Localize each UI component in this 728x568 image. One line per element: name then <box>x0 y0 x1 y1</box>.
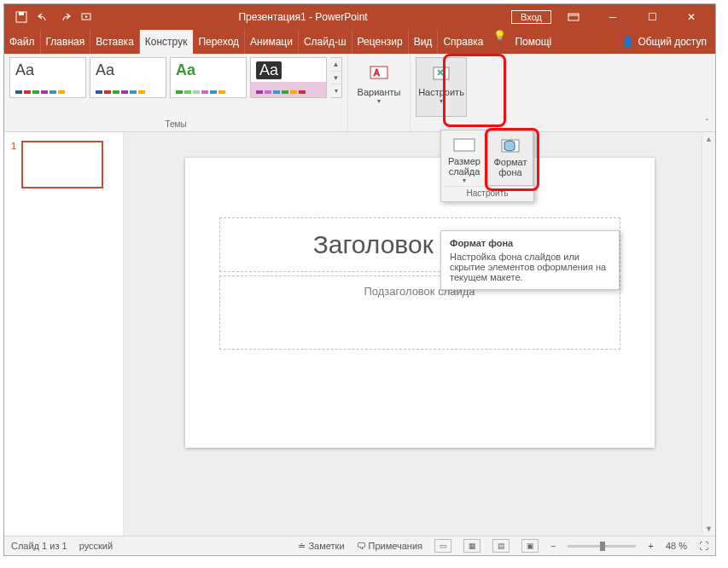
ribbon-display-options-icon[interactable] <box>556 4 591 30</box>
slide-size-icon <box>451 136 477 154</box>
tooltip-title: Формат фона <box>450 238 610 248</box>
themes-group-label: Темы <box>165 119 186 129</box>
svg-rect-8 <box>454 139 475 151</box>
svg-text:A: A <box>374 68 380 78</box>
tab-slideshow[interactable]: Слайд-ш <box>299 30 352 54</box>
comments-label: Примечания <box>369 541 423 551</box>
slide-canvas-area: Заголовок слайда Подзаголовок слайда ▲▼ <box>124 132 715 536</box>
zoom-percentage[interactable]: 48 % <box>666 541 687 551</box>
theme-item[interactable]: Aa <box>170 57 247 98</box>
format-background-button[interactable]: Формат фона <box>487 130 533 186</box>
zoom-slider[interactable] <box>568 545 636 548</box>
tooltip-body: Настройка фона слайдов или скрытие элеме… <box>450 252 610 282</box>
share-label: Общий доступ <box>638 36 707 48</box>
variants-group: A Варианты ▾ <box>348 54 411 131</box>
slide-canvas[interactable]: Заголовок слайда Подзаголовок слайда <box>185 158 655 448</box>
share-button[interactable]: 👤 Общий доступ <box>621 30 715 54</box>
tab-help[interactable]: Справка <box>438 30 488 54</box>
minimize-icon[interactable]: ─ <box>596 4 630 30</box>
customize-dropdown: Размер слайда ▾ Формат фона Настроить <box>440 130 534 202</box>
tab-insert[interactable]: Вставка <box>90 30 140 54</box>
slide-counter: Слайд 1 из 1 <box>11 541 67 551</box>
slideshow-view-icon[interactable]: ▣ <box>521 539 539 553</box>
variants-icon: A <box>367 63 391 84</box>
notes-icon: ≐ <box>298 541 306 552</box>
maximize-icon[interactable]: ☐ <box>635 4 669 30</box>
comments-button[interactable]: 🗨Примечания <box>357 541 423 551</box>
dropdown-group-label: Настроить <box>445 186 530 201</box>
themes-scroll[interactable]: ▲▼▾ <box>330 57 342 98</box>
normal-view-icon[interactable]: ▭ <box>434 539 451 553</box>
language-indicator[interactable]: русский <box>79 541 113 551</box>
themes-group: Aa Aa Aa Aa ▲▼▾ Темы <box>4 54 348 131</box>
share-icon: 👤 <box>621 36 634 48</box>
reading-view-icon[interactable]: ▤ <box>492 539 510 553</box>
slide-thumbnail[interactable] <box>21 141 103 188</box>
zoom-out-button[interactable]: − <box>550 541 556 551</box>
customize-label: Настроить <box>418 87 464 97</box>
tab-file[interactable]: Файл <box>4 30 41 54</box>
customize-button[interactable]: Настроить ▾ <box>416 57 467 117</box>
status-bar: Слайд 1 из 1 русский ≐Заметки 🗨Примечани… <box>4 536 715 555</box>
variants-label: Варианты <box>358 87 401 97</box>
ribbon-tabs: Файл Главная Вставка Конструк Переход Ан… <box>4 30 715 54</box>
tell-me-input[interactable]: Помощі <box>510 30 556 54</box>
collapse-ribbon-icon[interactable]: ˆ <box>706 119 708 128</box>
tab-review[interactable]: Рецензир <box>352 30 409 54</box>
format-background-icon <box>498 136 523 155</box>
notes-button[interactable]: ≐Заметки <box>298 541 344 552</box>
workspace: 1 Заголовок слайда Подзаголовок слайда ▲… <box>4 132 715 536</box>
customize-group: Настроить ▾ <box>411 54 472 131</box>
theme-item[interactable]: Aa <box>9 57 86 98</box>
ribbon: Aa Aa Aa Aa ▲▼▾ Темы A Варианты ▾ Настро… <box>4 54 715 132</box>
comments-icon: 🗨 <box>357 541 366 551</box>
close-icon[interactable]: ✕ <box>674 4 708 30</box>
zoom-in-button[interactable]: + <box>648 541 653 551</box>
format-background-label: Формат фона <box>490 157 531 177</box>
window-title: Презентация1 - PowerPoint <box>95 11 511 23</box>
svg-rect-3 <box>568 14 579 20</box>
slide-number: 1 <box>11 141 16 188</box>
lightbulb-icon: 💡 <box>493 30 506 54</box>
svg-rect-1 <box>19 12 24 15</box>
tab-transitions[interactable]: Переход <box>193 30 245 54</box>
title-bar: Презентация1 - PowerPoint Вход ─ ☐ ✕ <box>4 4 715 30</box>
notes-label: Заметки <box>308 541 344 551</box>
vertical-scrollbar[interactable]: ▲▼ <box>702 132 715 536</box>
chevron-down-icon: ▾ <box>440 97 443 105</box>
slide-size-label: Размер слайда <box>443 156 486 177</box>
sign-in-button[interactable]: Вход <box>511 10 551 24</box>
start-from-beginning-icon[interactable] <box>81 10 95 24</box>
slide-thumbnails-pane: 1 <box>4 132 124 536</box>
undo-icon[interactable] <box>37 10 50 24</box>
customize-icon <box>429 63 453 84</box>
chevron-down-icon: ▾ <box>463 177 466 184</box>
tab-design[interactable]: Конструк <box>140 30 194 54</box>
redo-icon[interactable] <box>59 10 73 24</box>
tab-view[interactable]: Вид <box>409 30 439 54</box>
variants-button[interactable]: A Варианты ▾ <box>353 57 405 117</box>
save-icon[interactable] <box>15 10 28 24</box>
chevron-down-icon: ▾ <box>377 97 381 105</box>
tab-home[interactable]: Главная <box>41 30 91 54</box>
tooltip: Формат фона Настройка фона слайдов или с… <box>440 230 620 290</box>
sorter-view-icon[interactable]: ▦ <box>463 539 480 553</box>
tab-animations[interactable]: Анимаци <box>245 30 299 54</box>
theme-item[interactable]: Aa <box>250 57 327 98</box>
fit-to-window-icon[interactable]: ⛶ <box>699 541 708 551</box>
theme-item[interactable]: Aa <box>90 57 166 98</box>
slide-size-button[interactable]: Размер слайда ▾ <box>441 130 487 186</box>
